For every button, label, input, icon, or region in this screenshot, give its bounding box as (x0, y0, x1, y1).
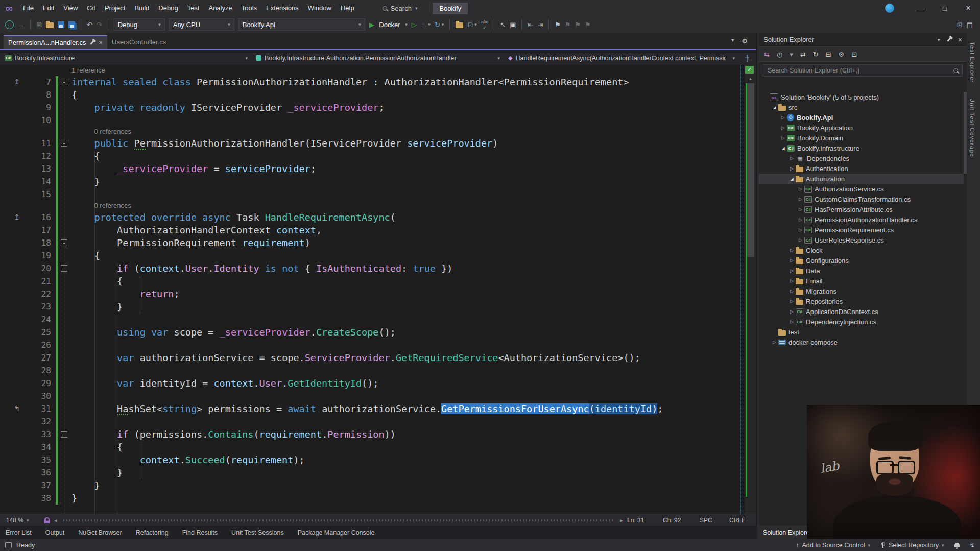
menu-window[interactable]: Window (303, 0, 336, 16)
collapsed-arrow-icon[interactable]: ▷ (788, 278, 796, 283)
spell-check-icon[interactable]: abc✓ (481, 20, 489, 30)
tree-item-solution-bookify-5-of-5-projects[interactable]: ∞Solution 'Bookify' (5 of 5 projects) (759, 92, 964, 102)
code-line-7[interactable]: 7↥-internal sealed class PermissionAutho… (0, 76, 745, 88)
line-ending-indicator[interactable]: CRLF (729, 517, 752, 524)
tree-item-permissionrequirement-cs[interactable]: ▷C#PermissionRequirement.cs (759, 225, 964, 235)
navigate-forward-icon[interactable]: → (18, 21, 25, 29)
switch-views-icon[interactable]: ⇆ (764, 51, 770, 58)
code-line-32[interactable]: 32 (0, 415, 745, 428)
code-line-23[interactable]: 23 } (0, 300, 745, 313)
code-line-17[interactable]: 17 AuthorizationHandlerContext context, (0, 224, 745, 236)
code-line-34[interactable]: 34 { (0, 441, 745, 453)
save-to-icon[interactable]: ⊡▾ (467, 21, 476, 29)
collapsed-arrow-icon[interactable]: ▷ (797, 217, 804, 222)
tree-item-dependencies[interactable]: ▷▦Dependencies (759, 153, 964, 163)
preview-selected-icon[interactable]: ⊡ (851, 51, 857, 58)
menu-extensions[interactable]: Extensions (261, 0, 303, 16)
panel-tab-refactoring[interactable]: Refactoring (136, 529, 169, 536)
increase-indent-icon[interactable]: ⇥ (537, 21, 543, 29)
collapsed-arrow-icon[interactable]: ▷ (788, 319, 796, 324)
fold-collapse-box[interactable]: - (61, 140, 67, 147)
collapsed-arrow-icon[interactable]: ▷ (779, 115, 787, 120)
collapsed-arrow-icon[interactable]: ▷ (797, 186, 804, 191)
tree-item-permissionauthorizationhandler-cs[interactable]: ▷C#PermissionAuthorizationHandler.cs (759, 214, 964, 225)
breadcrumb-type[interactable]: Bookify.Infrastructure.Authorization.Per… (251, 55, 504, 62)
startup-project-dropdown[interactable]: Bookify.Api▾ (238, 18, 365, 31)
tree-item-userrolesresponse-cs[interactable]: ▷C#UserRolesResponse.cs (759, 235, 964, 245)
pending-changes-filter-icon[interactable]: ◷ (777, 51, 782, 58)
code-line-35[interactable]: 35 context.Succeed(requirement); (0, 453, 745, 466)
next-bookmark-icon[interactable]: ⚑ (575, 21, 581, 29)
chevron-down-icon[interactable]: ▾ (790, 51, 793, 58)
collapsed-arrow-icon[interactable]: ▷ (788, 156, 796, 161)
line-indicator[interactable]: Ln: 31 (627, 517, 663, 524)
navigate-back-icon[interactable]: ← (5, 20, 14, 29)
menu-build[interactable]: Build (130, 0, 154, 16)
code-line-14[interactable]: 14 } (0, 175, 745, 188)
code-line-36[interactable]: 36 } (0, 466, 745, 479)
scrollbar-thumb[interactable] (747, 83, 754, 257)
editor-options-gear-icon[interactable]: ⚙ (742, 37, 748, 45)
code-line-38[interactable]: 38} (0, 492, 745, 505)
tab-unit-test-coverage[interactable]: Unit Test Coverage (969, 98, 975, 157)
close-button[interactable]: × (957, 0, 980, 16)
close-icon[interactable]: × (99, 39, 103, 46)
vertical-scrollbar[interactable]: ▲ (745, 65, 756, 514)
code-line-37[interactable]: 37 } (0, 479, 745, 492)
fold-collapse-box[interactable]: - (61, 79, 67, 85)
search-box[interactable]: Search ▾ (383, 5, 418, 12)
tree-item-data[interactable]: ▷Data (759, 266, 964, 276)
tree-item-applicationdbcontext-cs[interactable]: ▷C#ApplicationDbContext.cs (759, 306, 964, 317)
collapsed-arrow-icon[interactable]: ▷ (797, 237, 804, 243)
tree-item-bookify-domain[interactable]: ▷C#Bookify.Domain (759, 133, 964, 143)
clipboard-format-icon[interactable]: ▣ (510, 21, 516, 29)
panel-tab-nuget-browser[interactable]: NuGet Browser (78, 529, 122, 536)
code-line-25[interactable]: 25 using var scope = _serviceProvider.Cr… (0, 326, 745, 339)
collapsed-arrow-icon[interactable]: ▷ (797, 197, 804, 202)
tree-item-haspermissionattribute-cs[interactable]: ▷C#HasPermissionAttribute.cs (759, 204, 964, 214)
add-new-item-icon[interactable]: ⊞ (957, 21, 963, 29)
code-line-33[interactable]: 33- if (permissions.Contains(requirement… (0, 428, 745, 441)
tree-item-customclaimstransformation-cs[interactable]: ▷C#CustomClaimsTransformation.cs (759, 194, 964, 204)
menu-help[interactable]: Help (336, 0, 359, 16)
tree-item-test[interactable]: test (759, 327, 964, 337)
tree-item-authorization[interactable]: ◢Authorization (759, 174, 964, 184)
codelens-references[interactable]: 1 reference (0, 65, 745, 76)
tree-scrollbar[interactable] (964, 92, 967, 347)
minimize-button[interactable]: — (910, 0, 933, 16)
tree-item-dependencyinjection-cs[interactable]: ▷C#DependencyInjection.cs (759, 317, 964, 327)
menu-analyze[interactable]: Analyze (204, 0, 236, 16)
menu-file[interactable]: File (18, 0, 38, 16)
solution-explorer-search[interactable]: Search Solution Explorer (Ctrl+;) (763, 64, 963, 77)
pin-icon[interactable] (947, 37, 951, 42)
space-indicator[interactable]: SPC (700, 517, 729, 524)
collapse-all-icon[interactable]: ⊟ (826, 51, 831, 58)
code-line-16[interactable]: 16↥ protected override async Task Handle… (0, 211, 745, 224)
menu-debug[interactable]: Debug (154, 0, 182, 16)
save-all-icon[interactable] (68, 21, 75, 28)
breadcrumb-member[interactable]: ◆ HandleRequirementAsync(AuthorizationHa… (504, 55, 738, 62)
find-in-files-icon[interactable] (456, 22, 463, 28)
menu-test[interactable]: Test (183, 0, 204, 16)
code-line-8[interactable]: 8{ (0, 88, 745, 101)
code-line-18[interactable]: 18- PermissionRequirement requirement) (0, 236, 745, 249)
code-line-21[interactable]: 21 { (0, 275, 745, 288)
collapsed-arrow-icon[interactable]: ▷ (788, 166, 796, 171)
menu-edit[interactable]: Edit (38, 0, 59, 16)
zoom-dropdown[interactable]: 148 % ▾ (4, 517, 40, 524)
fold-collapse-box[interactable]: - (61, 431, 67, 438)
sync-with-active-document-icon[interactable]: ⇄ (800, 51, 806, 58)
live-share-icon[interactable] (44, 517, 50, 523)
new-file-icon[interactable]: ⊞ (36, 21, 42, 29)
collapsed-arrow-icon[interactable]: ▷ (788, 309, 796, 314)
expanded-arrow-icon[interactable]: ◢ (788, 177, 796, 181)
feedback-icon[interactable]: ↯ (970, 541, 975, 549)
code-editor[interactable]: 1 reference7↥-internal sealed class Perm… (0, 65, 756, 514)
code-line-9[interactable]: 9 private readonly IServiceProvider _ser… (0, 101, 745, 114)
toggle-bookmark-icon[interactable]: ⚑ (555, 21, 561, 29)
add-to-source-control-button[interactable]: ↑ Add to Source Control ▾ (796, 542, 870, 549)
prev-bookmark-icon[interactable]: ⚑ (565, 21, 571, 29)
collapsed-arrow-icon[interactable]: ▷ (779, 125, 787, 130)
code-line-29[interactable]: 29 var identityId = context.User.GetIden… (0, 377, 745, 390)
code-line-19[interactable]: 19 { (0, 249, 745, 262)
